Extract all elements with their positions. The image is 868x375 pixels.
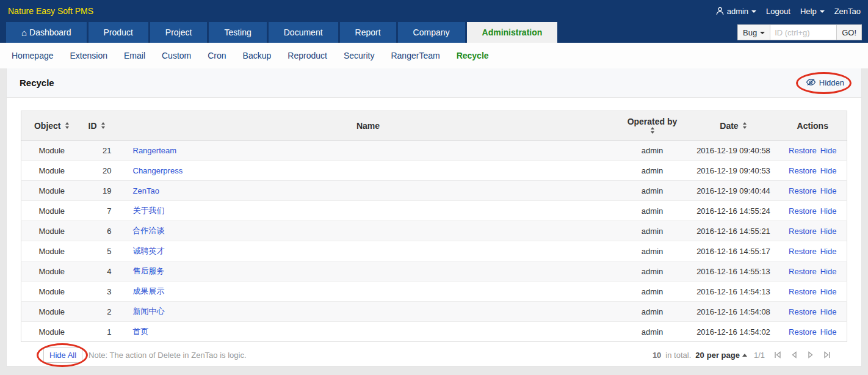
cell-actions: RestoreHide: [779, 181, 847, 201]
tab-report[interactable]: Report: [340, 22, 396, 43]
name-link[interactable]: Rangerteam: [133, 146, 177, 155]
cell-date: 2016-12-19 09:40:53: [689, 161, 779, 181]
cell-operated-by: admin: [617, 201, 689, 221]
cell-operated-by: admin: [617, 282, 689, 302]
cell-id: 20: [82, 161, 120, 181]
name-link[interactable]: Changerpress: [133, 166, 183, 175]
restore-link[interactable]: Restore: [789, 307, 817, 316]
cell-id: 2: [82, 302, 120, 322]
restore-link[interactable]: Restore: [789, 206, 817, 216]
subnav-homepage[interactable]: Homepage: [12, 51, 54, 60]
restore-link[interactable]: Restore: [789, 287, 817, 296]
tab-document[interactable]: Document: [269, 22, 338, 43]
cell-name: 成果展示: [120, 282, 617, 302]
hide-link[interactable]: Hide: [820, 146, 837, 155]
pager-prev-button[interactable]: [788, 351, 800, 359]
subnav-recycle[interactable]: Recycle: [457, 51, 489, 60]
pager-last-button[interactable]: [821, 351, 833, 359]
cell-object: Module: [21, 201, 82, 221]
name-link[interactable]: 合作洽谈: [133, 226, 165, 235]
logout-link[interactable]: Logout: [766, 7, 790, 16]
tab-administration[interactable]: Administration: [467, 22, 558, 43]
subnav-rangerteam[interactable]: RangerTeam: [391, 51, 439, 60]
cell-name: 首页: [120, 322, 617, 342]
subnav-backup[interactable]: Backup: [243, 51, 272, 60]
cell-id: 19: [82, 181, 120, 201]
table-row: Module 21 Rangerteam admin 2016-12-19 09…: [21, 140, 847, 161]
column-header-operated-by[interactable]: Operated by: [617, 111, 689, 140]
cell-object: Module: [21, 322, 82, 342]
hide-all-button[interactable]: Hide All: [43, 348, 82, 363]
cell-date: 2016-12-16 14:55:24: [689, 201, 779, 221]
pager-first-button[interactable]: [772, 351, 784, 359]
column-header-object[interactable]: Object: [21, 111, 82, 140]
tab-company[interactable]: Company: [398, 22, 465, 43]
restore-link[interactable]: Restore: [789, 327, 817, 337]
restore-link[interactable]: Restore: [789, 267, 817, 276]
user-menu[interactable]: admin: [716, 7, 756, 16]
zentao-link[interactable]: ZenTao: [834, 7, 861, 16]
table-footer: Hide All Note: The action of Delete in Z…: [21, 342, 847, 368]
cell-object: Module: [21, 181, 82, 201]
name-link[interactable]: 售后服务: [133, 266, 165, 275]
pager-next-button[interactable]: [805, 351, 817, 359]
cell-date: 2016-12-16 14:55:17: [689, 241, 779, 261]
per-page-selector[interactable]: 20 per page: [695, 351, 747, 360]
restore-link[interactable]: Restore: [789, 227, 817, 236]
sort-icon: [101, 122, 106, 129]
subnav-reproduct[interactable]: Reproduct: [288, 51, 327, 60]
tab-testing[interactable]: Testing: [209, 22, 266, 43]
subnav-cron[interactable]: Cron: [208, 51, 226, 60]
tab-product[interactable]: Product: [89, 22, 148, 43]
hide-link[interactable]: Hide: [820, 307, 837, 316]
hide-link[interactable]: Hide: [820, 166, 837, 175]
tab-dashboard[interactable]: ⌂ Dashboard: [6, 22, 87, 43]
cell-id: 3: [82, 282, 120, 302]
hide-link[interactable]: Hide: [820, 206, 837, 216]
cell-name: Rangerteam: [120, 140, 617, 161]
name-link[interactable]: 新闻中心: [133, 307, 165, 316]
table-row: Module 7 关于我们 admin 2016-12-16 14:55:24 …: [21, 201, 847, 221]
hide-link[interactable]: Hide: [820, 227, 837, 236]
name-link[interactable]: 首页: [133, 327, 149, 336]
go-button[interactable]: GO!: [836, 24, 862, 40]
column-header-id[interactable]: ID: [82, 111, 120, 140]
panel-heading: Recycle Hidden: [7, 68, 861, 98]
cell-name: ZenTao: [120, 181, 617, 201]
cell-operated-by: admin: [617, 241, 689, 261]
subnav-security[interactable]: Security: [344, 51, 375, 60]
restore-link[interactable]: Restore: [789, 166, 817, 175]
tab-project[interactable]: Project: [150, 22, 208, 43]
help-menu[interactable]: Help: [800, 7, 825, 16]
cell-operated-by: admin: [617, 140, 689, 161]
cell-name: 新闻中心: [120, 302, 617, 322]
name-link[interactable]: ZenTao: [133, 186, 159, 195]
hide-link[interactable]: Hide: [820, 287, 837, 296]
hide-link[interactable]: Hide: [820, 327, 837, 337]
name-link[interactable]: 关于我们: [133, 206, 165, 215]
chevron-down-icon: [751, 10, 756, 13]
subnav-extension[interactable]: Extension: [70, 51, 107, 60]
cell-actions: RestoreHide: [779, 161, 847, 181]
restore-link[interactable]: Restore: [789, 146, 817, 155]
hide-link[interactable]: Hide: [820, 186, 837, 195]
cell-object: Module: [21, 161, 82, 181]
cell-name: 售后服务: [120, 261, 617, 282]
chevron-down-icon: [760, 32, 765, 34]
subnav-custom[interactable]: Custom: [162, 51, 191, 60]
name-link[interactable]: 成果展示: [133, 286, 165, 296]
cell-actions: RestoreHide: [779, 261, 847, 282]
name-link[interactable]: 诚聘英才: [133, 246, 165, 255]
hidden-toggle-link[interactable]: Hidden: [806, 78, 844, 88]
restore-link[interactable]: Restore: [789, 247, 817, 256]
search-module-button[interactable]: Bug: [737, 24, 770, 40]
hide-link[interactable]: Hide: [820, 267, 837, 276]
topbar: Nature Easy Soft PMS admin Logout Help Z…: [0, 0, 868, 22]
sub-nav: Homepage Extension Email Custom Cron Bac…: [0, 43, 868, 68]
hide-link[interactable]: Hide: [820, 247, 837, 256]
eye-slash-icon: [806, 78, 816, 88]
search-input[interactable]: [770, 24, 836, 40]
subnav-email[interactable]: Email: [124, 51, 145, 60]
restore-link[interactable]: Restore: [789, 186, 817, 195]
column-header-date[interactable]: Date: [689, 111, 779, 140]
